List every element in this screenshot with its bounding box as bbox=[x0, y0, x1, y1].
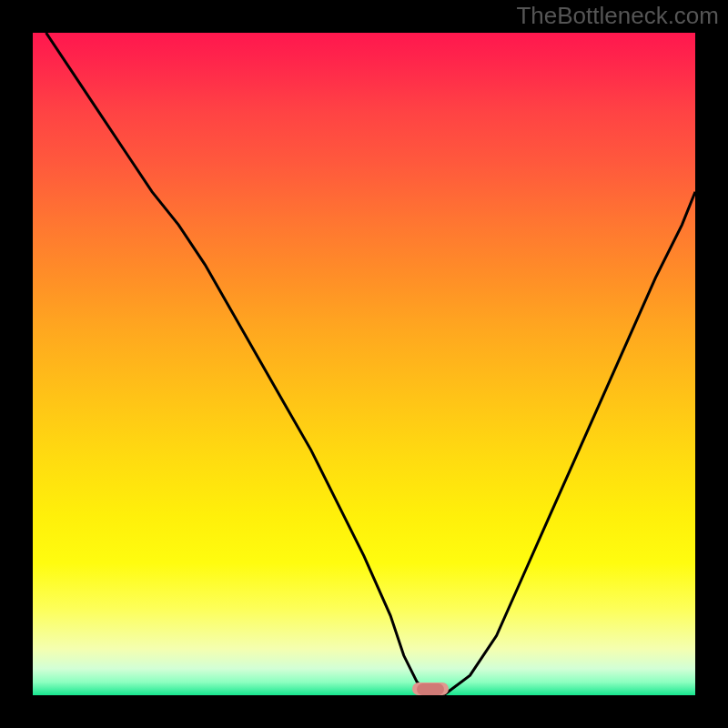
optimal-marker bbox=[417, 683, 444, 695]
bottleneck-chart: TheBottleneck.com bbox=[0, 0, 728, 728]
watermark-text: TheBottleneck.com bbox=[516, 2, 719, 30]
plot-area bbox=[33, 33, 695, 695]
bottleneck-curve bbox=[33, 33, 695, 695]
